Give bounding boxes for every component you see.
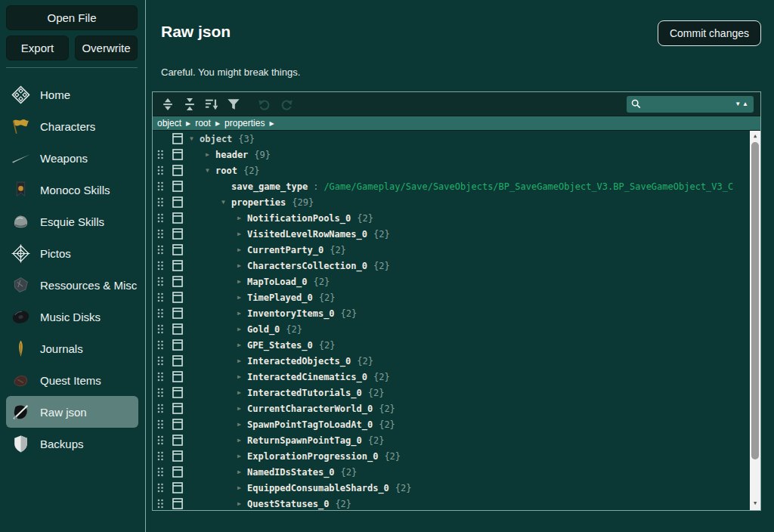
json-node-name[interactable]: object: [200, 134, 232, 144]
json-node-name[interactable]: header: [215, 150, 248, 160]
json-node-name[interactable]: InventoryItems_0: [247, 308, 335, 319]
drag-handle-icon[interactable]: [156, 355, 166, 367]
expand-toggle-icon[interactable]: ▶: [231, 421, 247, 428]
row-menu-icon[interactable]: [172, 181, 184, 193]
overwrite-button[interactable]: Overwrite: [75, 36, 138, 60]
tree-row[interactable]: ▶QuestStatuses_0{2}: [153, 496, 760, 510]
expand-all-icon[interactable]: [159, 97, 176, 112]
tree-row[interactable]: ▶VisitedLevelRowNames_0{2}: [153, 226, 760, 242]
tree-row[interactable]: ▶InventoryItems_0{2}: [153, 305, 760, 321]
json-node-name[interactable]: QuestStatuses_0: [247, 499, 329, 509]
sidebar-item-backups[interactable]: Backups: [6, 428, 138, 459]
tree-row[interactable]: ▶CurrentParty_0{2}: [153, 242, 760, 258]
drag-handle-icon[interactable]: [156, 181, 166, 192]
expand-toggle-icon[interactable]: ▶: [231, 262, 247, 269]
collapse-toggle-icon[interactable]: ▼: [200, 167, 215, 174]
json-node-name[interactable]: TimePlayed_0: [247, 292, 313, 303]
row-menu-icon[interactable]: [172, 308, 184, 320]
json-value[interactable]: /Game/Gameplay/Save/SaveObjects/BP_SaveG…: [324, 181, 733, 192]
drag-handle-icon[interactable]: [156, 308, 166, 319]
sort-icon[interactable]: [203, 97, 220, 112]
breadcrumb-item[interactable]: root: [195, 118, 211, 128]
json-node-name[interactable]: CharactersCollection_0: [247, 261, 367, 271]
tree-row[interactable]: ▶InteractedTutorials_0{2}: [153, 385, 760, 401]
row-menu-icon[interactable]: [172, 355, 184, 367]
json-node-name[interactable]: VisitedLevelRowNames_0: [247, 229, 367, 240]
sidebar-item-monoco-skills[interactable]: Monoco Skills: [6, 174, 138, 206]
expand-toggle-icon[interactable]: ▶: [231, 357, 247, 364]
row-menu-icon[interactable]: [172, 260, 184, 272]
drag-handle-icon[interactable]: [156, 165, 166, 176]
expand-toggle-icon[interactable]: ▶: [231, 215, 247, 221]
drag-handle-icon[interactable]: [156, 498, 166, 509]
row-menu-icon[interactable]: [172, 228, 184, 240]
search-prev-icon[interactable]: ▲: [741, 101, 749, 107]
sidebar-item-music-disks[interactable]: Music Disks: [6, 301, 138, 332]
row-menu-icon[interactable]: [172, 323, 184, 336]
search-input[interactable]: [644, 98, 731, 110]
row-menu-icon[interactable]: [172, 482, 184, 494]
drag-handle-icon[interactable]: [156, 149, 166, 160]
expand-toggle-icon[interactable]: ▶: [231, 453, 247, 459]
expand-toggle-icon[interactable]: ▶: [200, 151, 215, 158]
row-menu-icon[interactable]: [172, 403, 184, 415]
drag-handle-icon[interactable]: [156, 196, 166, 208]
json-node-name[interactable]: NamedIDsStates_0: [247, 467, 335, 478]
collapse-toggle-icon[interactable]: ▼: [184, 135, 200, 142]
json-node-name[interactable]: root: [215, 165, 237, 176]
expand-toggle-icon[interactable]: ▶: [231, 500, 247, 507]
tree-row[interactable]: ▶InteractedCinematics_0{2}: [153, 369, 760, 385]
row-menu-icon[interactable]: [172, 466, 184, 478]
drag-handle-icon[interactable]: [156, 339, 166, 351]
drag-handle-icon[interactable]: [156, 228, 166, 240]
scroll-down-icon[interactable]: ▼: [750, 498, 760, 509]
drag-handle-icon[interactable]: [156, 419, 166, 430]
open-file-button[interactable]: Open File: [6, 5, 138, 30]
expand-toggle-icon[interactable]: ▶: [231, 405, 247, 412]
json-node-name[interactable]: GPE_States_0: [247, 340, 313, 351]
tree-row[interactable]: ▶CurrentCharacterWorld_0{2}: [153, 401, 760, 416]
expand-toggle-icon[interactable]: ▶: [231, 469, 247, 475]
scrollbar-thumb[interactable]: [751, 142, 759, 459]
drag-handle-icon[interactable]: [156, 466, 166, 478]
row-menu-icon[interactable]: [172, 133, 184, 145]
expand-toggle-icon[interactable]: ▶: [231, 230, 247, 237]
tree-row[interactable]: save_game_type:/Game/Gameplay/Save/SaveO…: [153, 178, 760, 194]
tree-row[interactable]: ▼properties{29}: [153, 194, 760, 210]
sidebar-item-esquie-skills[interactable]: Esquie Skills: [6, 206, 138, 237]
commit-changes-button[interactable]: Commit changes: [658, 20, 761, 46]
scroll-up-icon[interactable]: ▲: [750, 131, 760, 141]
row-menu-icon[interactable]: [172, 165, 184, 177]
expand-toggle-icon[interactable]: ▶: [231, 373, 247, 380]
sidebar-item-quest-items[interactable]: Quest Items: [6, 364, 138, 396]
json-key[interactable]: save_game_type: [231, 181, 308, 192]
drag-handle-icon[interactable]: [156, 292, 166, 303]
drag-handle-icon[interactable]: [156, 323, 166, 335]
expand-toggle-icon[interactable]: ▶: [231, 342, 247, 348]
json-node-name[interactable]: MapToLoad_0: [247, 277, 307, 287]
row-menu-icon[interactable]: [172, 276, 184, 288]
filter-icon[interactable]: [225, 97, 242, 112]
drag-handle-icon[interactable]: [156, 435, 166, 446]
drag-handle-icon[interactable]: [156, 244, 166, 255]
json-node-name[interactable]: CurrentParty_0: [247, 245, 324, 255]
tree-row[interactable]: ▶TimePlayed_0{2}: [153, 289, 760, 305]
collapse-toggle-icon[interactable]: ▼: [215, 199, 231, 206]
sidebar-item-pictos[interactable]: Pictos: [6, 237, 138, 269]
search-box[interactable]: ▼ ▲: [627, 96, 754, 113]
tree-row[interactable]: ▶InteractedObjects_0{2}: [153, 353, 760, 369]
json-node-name[interactable]: InteractedCinematics_0: [247, 372, 367, 382]
expand-toggle-icon[interactable]: ▶: [231, 310, 247, 317]
tree-row[interactable]: ▼object{3}: [153, 131, 760, 147]
sidebar-item-journals[interactable]: Journals: [6, 332, 138, 364]
json-node-name[interactable]: InteractedObjects_0: [247, 356, 351, 367]
tree-row[interactable]: ▶Gold_0{2}: [153, 321, 760, 337]
collapse-all-icon[interactable]: [181, 97, 198, 112]
json-node-name[interactable]: Gold_0: [247, 324, 280, 335]
row-menu-icon[interactable]: [172, 339, 184, 351]
tree-row[interactable]: ▶CharactersCollection_0{2}: [153, 258, 760, 274]
export-button[interactable]: Export: [6, 36, 69, 60]
tree-row[interactable]: ▶NamedIDsStates_0{2}: [153, 464, 760, 480]
drag-handle-icon[interactable]: [156, 482, 166, 493]
tree-row[interactable]: ▶SpawnPointTagToLoadAt_0{2}: [153, 416, 760, 432]
